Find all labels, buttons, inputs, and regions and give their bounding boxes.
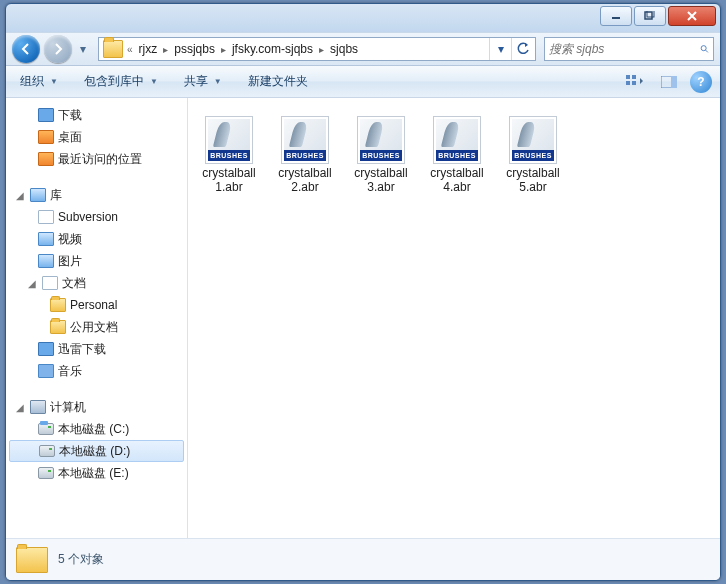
svg-rect-1	[645, 12, 652, 19]
view-options-button[interactable]	[622, 71, 648, 93]
tree-subversion[interactable]: Subversion	[6, 206, 187, 228]
minimize-button[interactable]	[600, 6, 632, 26]
chevron-right-icon[interactable]: ▸	[161, 44, 170, 55]
nav-history-dropdown[interactable]: ▾	[76, 38, 90, 60]
tree-personal[interactable]: Personal	[6, 294, 187, 316]
download-icon	[38, 342, 54, 356]
file-thumbnail: BRUSHES	[357, 116, 405, 164]
tree-label: 迅雷下载	[58, 341, 106, 358]
brush-tag: BRUSHES	[208, 150, 250, 161]
chevron-down-icon: ▼	[150, 77, 158, 86]
tree-label: 本地磁盘 (C:)	[58, 421, 129, 438]
chevron-down-icon: ▼	[50, 77, 58, 86]
recent-icon	[38, 152, 54, 166]
download-icon	[38, 108, 54, 122]
tree-xunlei[interactable]: 迅雷下载	[6, 338, 187, 360]
organize-label: 组织	[20, 73, 44, 90]
search-input[interactable]	[549, 42, 700, 56]
command-bar: 组织▼ 包含到库中▼ 共享▼ 新建文件夹 ?	[6, 66, 720, 98]
file-item[interactable]: BRUSHEScrystalball4.abr	[422, 112, 492, 198]
breadcrumb-item[interactable]: jfsky.com-sjqbs	[228, 38, 317, 60]
new-folder-button[interactable]: 新建文件夹	[242, 69, 314, 94]
tree-publicdocs[interactable]: 公用文档	[6, 316, 187, 338]
tree-label: 下载	[58, 107, 82, 124]
status-text: 5 个对象	[58, 551, 104, 568]
file-name: crystalball3.abr	[350, 166, 412, 194]
titlebar	[6, 4, 720, 32]
file-item[interactable]: BRUSHEScrystalball2.abr	[270, 112, 340, 198]
file-list[interactable]: BRUSHEScrystalball1.abrBRUSHEScrystalbal…	[188, 98, 720, 538]
breadcrumb-item[interactable]: rjxz	[135, 38, 162, 60]
back-button[interactable]	[12, 35, 40, 63]
tree-music[interactable]: 音乐	[6, 360, 187, 382]
library-icon	[30, 188, 46, 202]
svg-rect-9	[671, 76, 677, 88]
refresh-button[interactable]	[511, 38, 533, 60]
tree-label: 计算机	[50, 399, 86, 416]
newfolder-label: 新建文件夹	[248, 73, 308, 90]
drive-icon	[38, 467, 54, 479]
file-item[interactable]: BRUSHEScrystalball3.abr	[346, 112, 416, 198]
music-icon	[38, 364, 54, 378]
address-dropdown[interactable]: ▾	[489, 38, 511, 60]
chevron-right-icon[interactable]: ▸	[317, 44, 326, 55]
tree-drive-c[interactable]: 本地磁盘 (C:)	[6, 418, 187, 440]
file-name: crystalball4.abr	[426, 166, 488, 194]
breadcrumb-item[interactable]: pssjqbs	[170, 38, 219, 60]
file-thumbnail: BRUSHES	[281, 116, 329, 164]
file-name: crystalball2.abr	[274, 166, 336, 194]
tree-documents[interactable]: ◢文档	[6, 272, 187, 294]
include-in-library-menu[interactable]: 包含到库中▼	[78, 69, 164, 94]
file-item[interactable]: BRUSHEScrystalball1.abr	[194, 112, 264, 198]
search-box[interactable]	[544, 37, 714, 61]
file-item[interactable]: BRUSHEScrystalball5.abr	[498, 112, 568, 198]
maximize-button[interactable]	[634, 6, 666, 26]
address-bar[interactable]: « rjxz ▸ pssjqbs ▸ jfsky.com-sjqbs ▸ sjq…	[98, 37, 536, 61]
collapse-icon[interactable]: ◢	[14, 402, 26, 413]
tree-video[interactable]: 视频	[6, 228, 187, 250]
navigation-tree[interactable]: 下载 桌面 最近访问的位置 ◢库 Subversion 视频 图片 ◢文档 Pe…	[6, 98, 188, 538]
brush-tag: BRUSHES	[512, 150, 554, 161]
tree-label: 视频	[58, 231, 82, 248]
tree-label: 文档	[62, 275, 86, 292]
status-bar: 5 个对象	[6, 538, 720, 580]
tree-label: Personal	[70, 298, 117, 312]
tree-label: 本地磁盘 (E:)	[58, 465, 129, 482]
svg-point-3	[701, 46, 706, 51]
share-menu[interactable]: 共享▼	[178, 69, 228, 94]
folder-icon	[16, 547, 48, 573]
breadcrumb-overflow[interactable]: «	[125, 44, 135, 55]
chevron-right-icon[interactable]: ▸	[219, 44, 228, 55]
svg-rect-0	[612, 17, 620, 19]
desktop-icon	[38, 130, 54, 144]
tree-pictures[interactable]: 图片	[6, 250, 187, 272]
brush-tag: BRUSHES	[436, 150, 478, 161]
folder-icon	[103, 40, 123, 58]
file-name: crystalball1.abr	[198, 166, 260, 194]
computer-icon	[30, 400, 46, 414]
help-button[interactable]: ?	[690, 71, 712, 93]
collapse-icon[interactable]: ◢	[26, 278, 38, 289]
body: 下载 桌面 最近访问的位置 ◢库 Subversion 视频 图片 ◢文档 Pe…	[6, 98, 720, 538]
tree-downloads[interactable]: 下载	[6, 104, 187, 126]
organize-menu[interactable]: 组织▼	[14, 69, 64, 94]
tree-label: 桌面	[58, 129, 82, 146]
close-button[interactable]	[668, 6, 716, 26]
collapse-icon[interactable]: ◢	[14, 190, 26, 201]
video-icon	[38, 232, 54, 246]
svg-rect-7	[632, 81, 636, 85]
tree-recent[interactable]: 最近访问的位置	[6, 148, 187, 170]
tree-computer[interactable]: ◢计算机	[6, 396, 187, 418]
breadcrumb-item[interactable]: sjqbs	[326, 38, 362, 60]
tree-desktop[interactable]: 桌面	[6, 126, 187, 148]
tree-label: Subversion	[58, 210, 118, 224]
explorer-window: ▾ « rjxz ▸ pssjqbs ▸ jfsky.com-sjqbs ▸ s…	[5, 3, 721, 581]
forward-button[interactable]	[44, 35, 72, 63]
tree-drive-d[interactable]: 本地磁盘 (D:)	[9, 440, 184, 462]
pictures-icon	[38, 254, 54, 268]
tree-library[interactable]: ◢库	[6, 184, 187, 206]
svg-text:?: ?	[697, 75, 704, 89]
preview-pane-button[interactable]	[656, 71, 682, 93]
tree-drive-e[interactable]: 本地磁盘 (E:)	[6, 462, 187, 484]
chevron-down-icon: ▼	[214, 77, 222, 86]
